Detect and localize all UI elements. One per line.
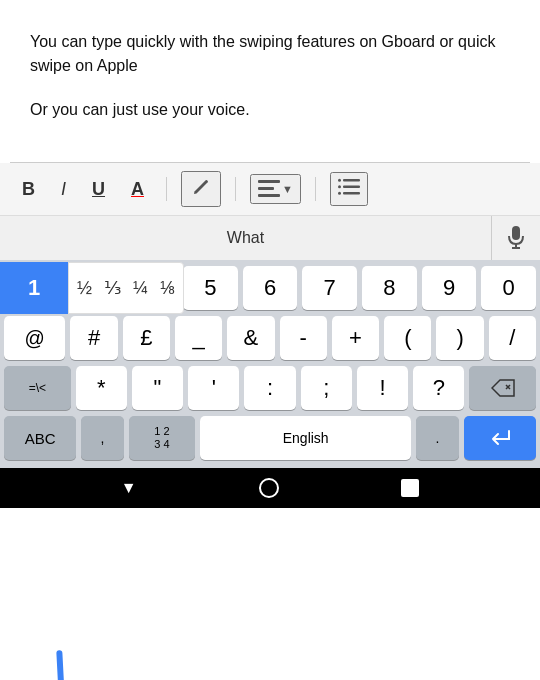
svg-point-7 [338,185,341,188]
number-popup: 1 ½ ⅓ ¼ ⅛ [0,262,184,314]
key-single-quote[interactable]: ' [188,366,239,410]
key-close-paren[interactable]: ) [436,316,483,360]
svg-rect-9 [512,226,520,240]
key-fraction-toggle[interactable]: 1 23 4 [129,416,195,460]
key-pound[interactable]: £ [123,316,170,360]
key-enter[interactable] [464,416,536,460]
key-asterisk[interactable]: * [76,366,127,410]
frac-third[interactable]: ⅓ [104,277,121,299]
key-period[interactable]: . [416,416,458,460]
nav-recent-button[interactable] [401,479,419,497]
key-open-paren[interactable]: ( [384,316,431,360]
key-minus[interactable]: - [280,316,327,360]
paragraph-2: Or you can just use your voice. [30,98,510,122]
mic-button[interactable] [492,226,540,250]
key-plus[interactable]: + [332,316,379,360]
key-9[interactable]: 9 [422,266,477,310]
nav-bar: ▼ [0,468,540,508]
svg-rect-13 [401,479,419,497]
bottom-row: ABC , 1 23 4 English . [0,410,540,468]
frac-half[interactable]: ½ [77,278,92,299]
key-7[interactable]: 7 [302,266,357,310]
text-area: You can type quickly with the swiping fe… [0,0,540,162]
num-1-key[interactable]: 1 [0,262,68,314]
svg-rect-0 [258,180,280,183]
key-question[interactable]: ? [413,366,464,410]
symbols-row: @ # £ _ & - + ( ) / [0,310,540,360]
key-abc[interactable]: ABC [4,416,76,460]
key-underscore[interactable]: _ [175,316,222,360]
suggestion-what[interactable]: What [0,216,492,260]
toolbar-separator-1 [166,177,167,201]
svg-rect-3 [343,179,360,182]
suggestions-bar: 1 ½ ⅓ ¼ ⅛ What [0,216,540,260]
bold-button[interactable]: B [14,175,43,204]
align-button[interactable]: ▼ [250,174,301,204]
key-comma[interactable]: , [81,416,123,460]
frac-quarter[interactable]: ¼ [133,278,148,299]
nav-home-button[interactable] [258,477,280,499]
key-semicolon[interactable]: ; [301,366,352,410]
key-exclaim[interactable]: ! [357,366,408,410]
key-equals-switch[interactable]: =\< [4,366,71,410]
svg-point-8 [338,192,341,195]
underline-button[interactable]: U [84,175,113,204]
key-8[interactable]: 8 [362,266,417,310]
svg-rect-4 [343,186,360,189]
italic-button[interactable]: I [53,175,74,204]
paragraph-1: You can type quickly with the swiping fe… [30,30,510,78]
key-double-quote[interactable]: " [132,366,183,410]
svg-point-6 [338,179,341,182]
toolbar-separator-3 [315,177,316,201]
svg-point-12 [260,479,278,497]
key-0[interactable]: 0 [481,266,536,310]
key-slash[interactable]: / [489,316,536,360]
swipe-line [56,650,74,680]
key-delete[interactable] [469,366,536,410]
key-english-space[interactable]: English [200,416,411,460]
toolbar-separator-2 [235,177,236,201]
key-5[interactable]: 5 [183,266,238,310]
pencil-button[interactable] [181,171,221,207]
fractions-popup: ½ ⅓ ¼ ⅛ [68,262,184,314]
key-hash[interactable]: # [70,316,117,360]
nav-back-button[interactable]: ▼ [121,479,137,497]
misc-row: =\< * " ' : ; ! ? [0,360,540,410]
key-ampersand[interactable]: & [227,316,274,360]
formatting-toolbar: B I U A ▼ [0,163,540,216]
text-color-button[interactable]: A [123,175,152,204]
frac-eighth[interactable]: ⅛ [160,278,175,299]
list-button[interactable] [330,172,368,206]
svg-rect-1 [258,187,274,190]
key-6[interactable]: 6 [243,266,298,310]
key-colon[interactable]: : [244,366,295,410]
svg-rect-5 [343,192,360,195]
svg-rect-2 [258,194,280,197]
key-at[interactable]: @ [4,316,65,360]
